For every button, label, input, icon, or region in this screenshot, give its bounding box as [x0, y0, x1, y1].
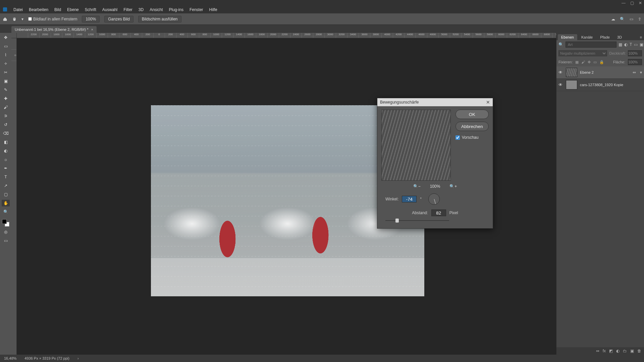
layer-filter-input[interactable]: [566, 42, 616, 48]
dialog-close-icon[interactable]: ✕: [486, 100, 490, 105]
layer-fx-icon[interactable]: fx: [603, 349, 606, 353]
layer-thumbnail[interactable]: [566, 68, 577, 77]
filter-pixel-icon[interactable]: ▦: [619, 42, 622, 47]
maximize-icon[interactable]: ▢: [630, 1, 634, 5]
screenmode-icon[interactable]: ▭: [2, 237, 10, 244]
menu-fenster[interactable]: Fenster: [190, 7, 203, 12]
menu-datei[interactable]: Datei: [13, 7, 23, 12]
layer-mask-icon[interactable]: ◩: [609, 349, 613, 353]
delete-layer-icon[interactable]: 🗑: [637, 349, 641, 353]
close-window-icon[interactable]: ✕: [639, 1, 642, 5]
lock-pixels-icon[interactable]: ▦: [575, 60, 579, 64]
workspace-icon[interactable]: ▭: [630, 15, 633, 23]
ok-button[interactable]: OK: [455, 110, 489, 119]
preview-check[interactable]: [455, 135, 460, 140]
scroll-all-windows-checkbox[interactable]: Bildlauf in allen Fenstern: [28, 17, 77, 21]
preview-checkbox[interactable]: Vorschau: [455, 135, 489, 140]
type-tool-icon[interactable]: T: [2, 174, 10, 180]
layer-row[interactable]: 👁Ebene 2⇔▾: [556, 66, 644, 79]
zoom-in-icon[interactable]: 🔍+: [449, 184, 457, 189]
close-tab-icon[interactable]: ×: [91, 27, 93, 32]
search-icon[interactable]: 🔍: [558, 42, 564, 47]
tab-3d[interactable]: 3D: [614, 34, 625, 40]
scroll-all-windows-check[interactable]: [28, 17, 32, 21]
tab-kanaele[interactable]: Kanäle: [578, 34, 596, 40]
zoom-tool-icon[interactable]: 🔍: [2, 208, 10, 215]
layer-visibility-icon[interactable]: 👁: [558, 82, 563, 87]
layer-thumbnail[interactable]: [566, 80, 577, 89]
color-swatches[interactable]: [2, 219, 9, 227]
frame-tool-icon[interactable]: ▣: [2, 78, 10, 84]
chevron-down-icon[interactable]: ▾: [640, 70, 642, 75]
canvas-area[interactable]: 2200200018001600140012001000800600400200…: [11, 33, 556, 355]
fit-whole-button[interactable]: Ganzes Bild: [104, 16, 133, 22]
dialog-preview[interactable]: [381, 110, 451, 181]
status-chevron-icon[interactable]: ›: [77, 356, 79, 360]
menu-ansicht[interactable]: Ansicht: [150, 7, 163, 12]
dodge-tool-icon[interactable]: ☼: [2, 156, 10, 163]
menu-bearbeiten[interactable]: Bearbeiten: [29, 7, 48, 12]
filter-adjust-icon[interactable]: ◐: [624, 42, 628, 47]
share-icon[interactable]: ⇪: [638, 15, 641, 23]
magic-wand-tool-icon[interactable]: ✧: [2, 60, 10, 67]
distance-input[interactable]: [431, 209, 446, 216]
filter-shape-icon[interactable]: ▭: [634, 42, 638, 47]
link-layers-icon[interactable]: ⇔: [596, 349, 599, 353]
healing-tool-icon[interactable]: ✚: [2, 95, 10, 102]
angle-input[interactable]: [402, 196, 417, 202]
filter-type-icon[interactable]: T: [630, 42, 632, 47]
layer-name[interactable]: cars-1273808_1920 Kopie: [580, 83, 623, 87]
panel-menu-icon[interactable]: ≡: [638, 34, 644, 40]
home-icon[interactable]: [3, 15, 7, 23]
menu-filter[interactable]: Filter: [123, 7, 132, 12]
zoom-value[interactable]: 100%: [82, 16, 100, 22]
stamp-tool-icon[interactable]: ⚞: [2, 113, 10, 119]
lock-position-icon[interactable]: ✥: [588, 60, 591, 64]
opacity-input[interactable]: [628, 50, 642, 56]
tab-ebenen[interactable]: Ebenen: [558, 34, 577, 40]
menu-bild[interactable]: Bild: [54, 7, 61, 12]
menu-3d[interactable]: 3D: [139, 7, 144, 12]
marquee-tool-icon[interactable]: ▭: [2, 43, 10, 50]
cancel-button[interactable]: Abbrechen: [455, 122, 489, 131]
fill-screen-button[interactable]: Bildschirm ausfüllen: [138, 16, 181, 22]
blend-mode-select[interactable]: Negativ multiplizieren: [558, 50, 607, 56]
pen-tool-icon[interactable]: ✒: [2, 165, 10, 172]
lock-artboard-icon[interactable]: ▭: [593, 60, 597, 64]
hand-tool-icon[interactable]: ✋: [2, 200, 10, 206]
new-adjustment-icon[interactable]: ◐: [616, 349, 620, 353]
zoom-out-icon[interactable]: 🔍−: [413, 184, 421, 189]
dialog-titlebar[interactable]: Bewegungsunschärfe ✕: [377, 98, 493, 106]
layer-visibility-icon[interactable]: 👁: [558, 70, 563, 75]
lasso-tool-icon[interactable]: ⌇: [2, 52, 10, 58]
lock-brush-icon[interactable]: 🖌: [581, 60, 585, 64]
menu-hilfe[interactable]: Hilfe: [209, 7, 217, 12]
document-tab[interactable]: Unbenannt-1 bei 16,5% (Ebene 2, RGB/8#) …: [11, 26, 97, 33]
angle-dial[interactable]: [428, 193, 440, 205]
fill-input[interactable]: [628, 59, 642, 65]
search-icon[interactable]: 🔍: [620, 15, 625, 23]
history-brush-tool-icon[interactable]: ↺: [2, 121, 10, 128]
crop-tool-icon[interactable]: ✂: [2, 69, 10, 76]
menu-auswahl[interactable]: Auswahl: [102, 7, 117, 12]
menu-schrift[interactable]: Schrift: [85, 7, 96, 12]
minimize-icon[interactable]: —: [622, 1, 626, 5]
app-logo-icon[interactable]: [3, 7, 7, 13]
distance-slider[interactable]: [385, 218, 449, 223]
hand-tool-icon[interactable]: [12, 15, 17, 23]
layer-link-icon[interactable]: ⇔: [633, 70, 636, 75]
move-tool-icon[interactable]: ✥: [2, 34, 10, 41]
menu-plugins[interactable]: Plug-ins: [169, 7, 183, 12]
slider-thumb[interactable]: [395, 219, 399, 223]
new-layer-icon[interactable]: ▣: [630, 349, 634, 353]
lock-all-icon[interactable]: 🔒: [599, 60, 604, 64]
status-zoom[interactable]: 16,48%: [4, 356, 16, 360]
menu-ebene[interactable]: Ebene: [67, 7, 79, 12]
path-select-tool-icon[interactable]: ↗: [2, 182, 10, 189]
layer-name[interactable]: Ebene 2: [580, 70, 594, 74]
cloud-sync-icon[interactable]: ☁: [611, 15, 615, 23]
foreground-color-swatch[interactable]: [2, 219, 7, 224]
chevron-down-icon[interactable]: ▾: [21, 15, 23, 23]
tab-pfade[interactable]: Pfade: [597, 34, 613, 40]
eraser-tool-icon[interactable]: ⌫: [2, 130, 10, 137]
